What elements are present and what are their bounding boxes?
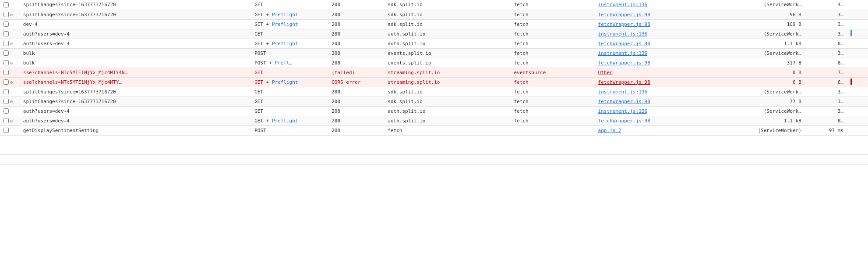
table-row[interactable]: bulkPOST200events.split.iofetchinstrumen… (0, 48, 868, 58)
row-time: 8… (805, 39, 847, 48)
row-time: 97 ms (805, 125, 847, 135)
table-row[interactable]: dev-4GET + Preflight200sdk.split.iofetch… (0, 19, 868, 29)
table-row[interactable]: auth?users=dev-4GET200auth.split.iofetch… (0, 29, 868, 39)
row-checkbox[interactable] (4, 108, 9, 114)
initiator-link[interactable]: fetchWrapper.js:98 (598, 12, 650, 18)
network-panel[interactable]: splitChanges?since=1637773716720GET200sd… (0, 0, 868, 272)
row-waterfall (847, 116, 868, 125)
row-initiator[interactable]: fetchWrapper.js:98 (595, 58, 735, 68)
row-time: 3… (805, 97, 847, 106)
row-checkbox[interactable] (4, 21, 9, 27)
row-size: 317 B (735, 58, 805, 68)
row-initiator[interactable]: fetchWrapper.js:98 (595, 10, 735, 19)
table-row[interactable]: ⊙auth?users=dev-4GET + Preflight200auth.… (0, 116, 868, 125)
row-status: (failed) (328, 68, 384, 77)
row-initiator[interactable]: instrument.js:136 (595, 48, 735, 58)
preflight-link[interactable]: Preflight (272, 41, 298, 47)
initiator-link[interactable]: fetchWrapper.js:98 (598, 118, 650, 124)
row-method: GET (251, 106, 328, 116)
initiator-link[interactable]: instrument.js:136 (598, 50, 648, 56)
row-method: GET + Preflight (251, 116, 328, 125)
initiator-link[interactable]: instrument.js:136 (598, 108, 648, 114)
initiator-link[interactable]: fetchWrapper.js:98 (598, 60, 650, 66)
row-checkbox[interactable] (4, 2, 9, 7)
row-domain: streaming.split.io (384, 68, 510, 77)
row-method: POST (251, 48, 328, 58)
row-name: splitChanges?since=1637773716720 (20, 97, 251, 106)
row-checkbox[interactable] (4, 41, 9, 46)
row-checkbox[interactable] (4, 31, 9, 36)
row-checkbox[interactable] (4, 89, 9, 94)
row-checkbox[interactable] (4, 50, 9, 56)
row-initiator[interactable]: fetchWrapper.js:98 (595, 97, 735, 106)
row-method: GET (251, 87, 328, 97)
initiator-link[interactable]: fetchWrapper.js:98 (598, 21, 650, 27)
row-initiator[interactable]: fetchWrapper.js:98 (595, 19, 735, 29)
table-row[interactable]: auth?users=dev-4GET200auth.split.iofetch… (0, 106, 868, 116)
initiator-link[interactable]: instrument.js:136 (598, 31, 648, 37)
row-status: 200 (328, 87, 384, 97)
initiator-link[interactable]: instrument.js:136 (598, 89, 648, 95)
row-initiator[interactable]: instrument.js:136 (595, 29, 735, 39)
table-row[interactable]: splitChanges?since=1637773716720GET200sd… (0, 0, 868, 10)
row-name: splitChanges?since=1637773716720 (20, 10, 251, 19)
row-checkbox[interactable] (4, 128, 9, 133)
table-row[interactable]: splitChanges?since=1637773716720GET200sd… (0, 87, 868, 97)
row-initiator[interactable]: instrument.js:136 (595, 106, 735, 116)
row-method: POST + Prefl… (251, 58, 328, 68)
row-initiator[interactable]: fetchWrapper.js:98 (595, 77, 735, 87)
row-checkbox[interactable] (4, 79, 9, 85)
row-initiator[interactable]: fetchWrapper.js:98 (595, 39, 735, 48)
row-method: POST (251, 125, 328, 135)
row-waterfall (847, 97, 868, 106)
row-checkbox[interactable] (4, 12, 9, 17)
row-time: 4… (805, 0, 847, 10)
initiator-link[interactable]: fetchWrapper.js:98 (598, 41, 650, 47)
row-checkbox-cell: ⊙ (0, 77, 20, 87)
row-checkbox[interactable] (4, 99, 9, 104)
row-initiator[interactable]: instrument.js:136 (595, 87, 735, 97)
table-row[interactable]: ⊙auth?users=dev-4GET + Preflight200auth.… (0, 39, 868, 48)
row-time: 8… (805, 58, 847, 68)
initiator-link[interactable]: fetchWrapper.js:98 (598, 99, 650, 104)
row-initiator[interactable]: fetchWrapper.js:98 (595, 116, 735, 125)
row-type: fetch (510, 19, 594, 29)
row-checkbox[interactable] (4, 60, 9, 65)
row-checkbox-cell: ⊙ (0, 58, 20, 68)
preflight-link[interactable]: Preflight (272, 21, 298, 27)
row-status: 200 (328, 106, 384, 116)
row-checkbox[interactable] (4, 118, 9, 123)
table-row[interactable]: ⊙bulkPOST + Prefl…200events.split.iofetc… (0, 58, 868, 68)
row-initiator[interactable]: instrument.js:136 (595, 0, 735, 10)
row-domain: sdk.split.io (384, 87, 510, 97)
table-row[interactable]: ⊙splitChanges?since=1637773716720GET200s… (0, 97, 868, 106)
preflight-icon: ⊙ (10, 41, 13, 46)
row-size: 109 B (735, 19, 805, 29)
row-size: 1.1 kB (735, 116, 805, 125)
preflight-link[interactable]: Preflight (272, 12, 298, 18)
initiator-link[interactable]: fetchWrapper.js:98 (598, 79, 650, 85)
row-initiator[interactable]: Other (595, 68, 735, 77)
row-checkbox[interactable] (4, 70, 9, 75)
row-status: 200 (328, 29, 384, 39)
preflight-link[interactable]: Preflight (272, 79, 298, 85)
row-status: 200 (328, 116, 384, 125)
row-time: 3… (805, 19, 847, 29)
preflight-link[interactable]: Prefl… (275, 60, 292, 66)
row-checkbox-cell (0, 87, 20, 97)
row-method: GET + Preflight (251, 39, 328, 48)
table-row[interactable]: getDisplaySentimentSettingPOST200fetchap… (0, 125, 868, 135)
table-row[interactable]: ⊙splitChanges?since=1637773716720GET + P… (0, 10, 868, 19)
initiator-link[interactable]: Other (598, 70, 613, 75)
initiator-link[interactable]: app.js:2 (598, 128, 621, 133)
row-waterfall (847, 19, 868, 29)
preflight-link[interactable]: Preflight (272, 118, 298, 124)
row-name: dev-4 (20, 19, 251, 29)
row-waterfall (847, 58, 868, 68)
row-name: getDisplaySentimentSetting (20, 125, 251, 135)
initiator-link[interactable]: instrument.js:136 (598, 2, 648, 7)
table-row[interactable]: ⊙sse?channels=NTc5MTE1NjYx_Mjc4MTY…GET +… (0, 77, 868, 87)
row-type: fetch (510, 10, 594, 19)
table-row[interactable]: sse?channels=NTc5MTE1NjYx_Mjc4MTY4N…GET(… (0, 68, 868, 77)
row-initiator[interactable]: app.js:2 (595, 125, 735, 135)
